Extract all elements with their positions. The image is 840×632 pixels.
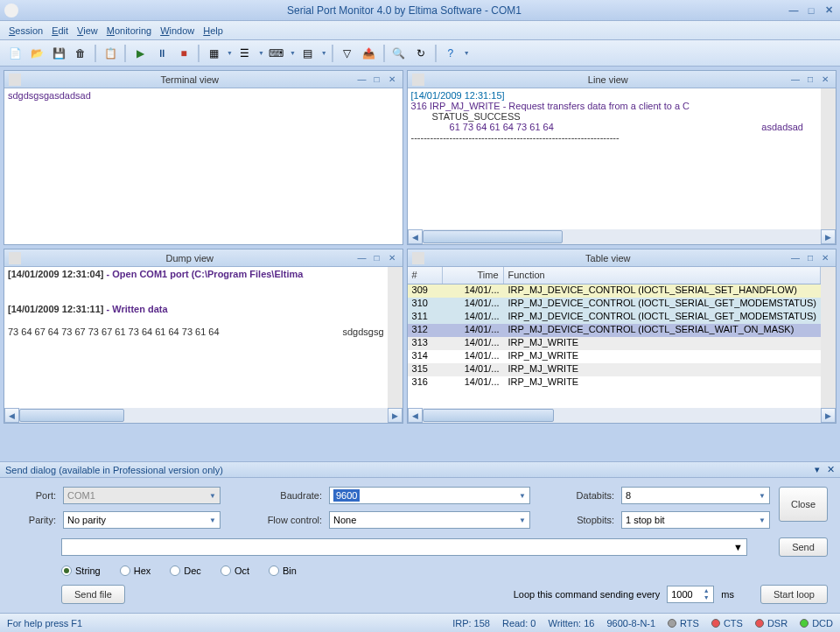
pane-maximize-button[interactable]: □ (371, 74, 383, 85)
menu-edit[interactable]: Edit (52, 25, 68, 36)
radio-hex[interactable]: Hex (120, 565, 151, 576)
table-icon[interactable]: ▤ (298, 44, 318, 63)
vertical-scrollbar[interactable] (821, 88, 836, 229)
scroll-left-icon[interactable]: ◀ (408, 229, 423, 244)
vertical-scrollbar[interactable] (821, 267, 836, 408)
radio-dec[interactable]: Dec (170, 565, 201, 576)
dump-icon (9, 252, 21, 264)
maximize-button[interactable]: □ (804, 4, 818, 17)
col-time[interactable]: Time (443, 267, 504, 284)
filter-icon[interactable]: ▽ (338, 44, 357, 63)
line-body[interactable]: [14/01/2009 12:31:15] 316 IRP_MJ_WRITE -… (408, 88, 821, 229)
table-row[interactable]: 31014/01/...IRP_MJ_DEVICE_CONTROL (IOCTL… (408, 298, 821, 311)
table-row[interactable]: 31514/01/...IRP_MJ_WRITE (408, 363, 821, 376)
pane-close-button[interactable]: ✕ (386, 74, 398, 85)
terminal-icon (9, 74, 21, 86)
send-dialog: Send dialog (available in Professional v… (0, 461, 840, 613)
stopbits-combo[interactable]: 1 stop bit▼ (621, 511, 770, 529)
new-icon[interactable]: 📄 (5, 44, 24, 63)
dump-hex: 73 64 67 64 73 67 73 67 61 73 64 61 64 7… (8, 327, 220, 337)
send-button[interactable]: Send (779, 537, 828, 557)
pane-maximize-button[interactable]: □ (371, 253, 383, 263)
menu-help[interactable]: Help (203, 25, 223, 36)
line-ascii: asdadsad (761, 122, 803, 132)
databits-combo[interactable]: 8▼ (621, 487, 770, 504)
refresh-icon[interactable]: ↻ (411, 44, 430, 63)
line-status: STATUS_SUCCESS (411, 111, 817, 122)
pane-minimize-button[interactable]: — (356, 253, 368, 263)
toolbar: 📄 📂 💾 🗑 📋 ▶ ⏸ ■ ▦▼ ☰▼ ⌨▼ ▤▼ ▽ 📤 🔍 ↻ ?▼ (0, 40, 840, 67)
horizontal-scrollbar[interactable]: ◀ ▶ (408, 229, 836, 244)
scroll-right-icon[interactable]: ▶ (388, 408, 402, 423)
scroll-left-icon[interactable]: ◀ (408, 408, 423, 423)
close-button[interactable]: ✕ (822, 4, 836, 17)
status-cts: CTS (711, 618, 743, 628)
status-mode: 9600-8-N-1 (606, 618, 655, 628)
stop-icon[interactable]: ■ (174, 44, 193, 63)
menu-window[interactable]: Window (160, 25, 194, 36)
zoom-icon[interactable]: 🔍 (389, 44, 409, 63)
parity-combo[interactable]: No parity▼ (63, 511, 220, 529)
loop-interval-input[interactable]: 1000 ▲▼ (667, 586, 714, 603)
grid-icon[interactable]: ▦ (204, 44, 223, 63)
close-button[interactable]: Close (779, 487, 828, 522)
horizontal-scrollbar[interactable]: ◀ ▶ (408, 408, 836, 423)
radio-bin[interactable]: Bin (269, 565, 297, 576)
startloop-button[interactable]: Start loop (760, 585, 828, 604)
pause-icon[interactable]: ⏸ (152, 44, 172, 63)
status-read: Read: 0 (502, 618, 536, 628)
scroll-right-icon[interactable]: ▶ (821, 229, 836, 244)
table-header: # Time Function (408, 267, 821, 284)
pin-icon[interactable]: ▾ (815, 464, 820, 475)
send-text-input[interactable]: ▼ (61, 538, 747, 556)
scroll-left-icon[interactable]: ◀ (4, 408, 19, 423)
radio-string[interactable]: String (61, 565, 101, 576)
col-function[interactable]: Function (504, 267, 821, 284)
dump-act2: - Written data (103, 304, 167, 314)
pane-close-button[interactable]: ✕ (819, 74, 831, 85)
vertical-scrollbar[interactable] (388, 267, 402, 408)
table-row[interactable]: 31214/01/...IRP_MJ_DEVICE_CONTROL (IOCTL… (408, 324, 821, 337)
table-row[interactable]: 31314/01/...IRP_MJ_WRITE (408, 337, 821, 350)
port-combo[interactable]: COM1▼ (63, 487, 220, 504)
export-icon[interactable]: 📤 (360, 44, 379, 63)
help-icon[interactable]: ? (441, 44, 460, 63)
radio-oct[interactable]: Oct (220, 565, 249, 576)
pane-close-button[interactable]: ✕ (819, 253, 831, 263)
table-row[interactable]: 30914/01/...IRP_MJ_DEVICE_CONTROL (IOCTL… (408, 284, 821, 298)
copy-icon[interactable]: 📋 (101, 44, 120, 63)
close-panel-icon[interactable]: ✕ (827, 464, 835, 475)
menu-view[interactable]: View (77, 25, 98, 36)
open-icon[interactable]: 📂 (27, 44, 46, 63)
terminal-title: Terminal view (26, 74, 354, 85)
status-bar: For help press F1 IRP: 158 Read: 0 Writt… (0, 613, 840, 632)
scroll-right-icon[interactable]: ▶ (821, 408, 836, 423)
table-row[interactable]: 31614/01/...IRP_MJ_WRITE (408, 376, 821, 390)
app-icon (4, 4, 18, 18)
dump-body[interactable]: [14/01/2009 12:31:04] - Open COM1 port (… (4, 267, 388, 408)
flowcontrol-combo[interactable]: None▼ (329, 511, 530, 529)
col-number[interactable]: # (408, 267, 443, 284)
minimize-button[interactable]: — (787, 4, 801, 17)
table-row[interactable]: 31414/01/...IRP_MJ_WRITE (408, 350, 821, 363)
pane-close-button[interactable]: ✕ (386, 253, 398, 263)
keyboard-icon[interactable]: ⌨ (267, 44, 286, 63)
status-help: For help press F1 (7, 618, 82, 628)
list-icon[interactable]: ☰ (235, 44, 255, 63)
menu-monitoring[interactable]: Monitoring (107, 25, 151, 36)
pane-minimize-button[interactable]: — (789, 253, 802, 263)
baudrate-combo[interactable]: 9600▼ (329, 487, 530, 504)
pane-maximize-button[interactable]: □ (804, 74, 816, 85)
sendfile-button[interactable]: Send file (61, 585, 125, 604)
pane-minimize-button[interactable]: — (789, 74, 802, 85)
save-icon[interactable]: 💾 (49, 44, 68, 63)
play-icon[interactable]: ▶ (130, 44, 150, 63)
menu-session[interactable]: Session (9, 25, 43, 36)
pane-minimize-button[interactable]: — (356, 74, 368, 85)
table-row[interactable]: 31114/01/...IRP_MJ_DEVICE_CONTROL (IOCTL… (408, 311, 821, 324)
pane-maximize-button[interactable]: □ (804, 253, 816, 263)
terminal-body[interactable]: sdgdsgsgasdadsad (4, 88, 402, 244)
baud-label: Baudrate: (261, 490, 322, 501)
horizontal-scrollbar[interactable]: ◀ ▶ (4, 408, 402, 423)
delete-icon[interactable]: 🗑 (71, 44, 90, 63)
